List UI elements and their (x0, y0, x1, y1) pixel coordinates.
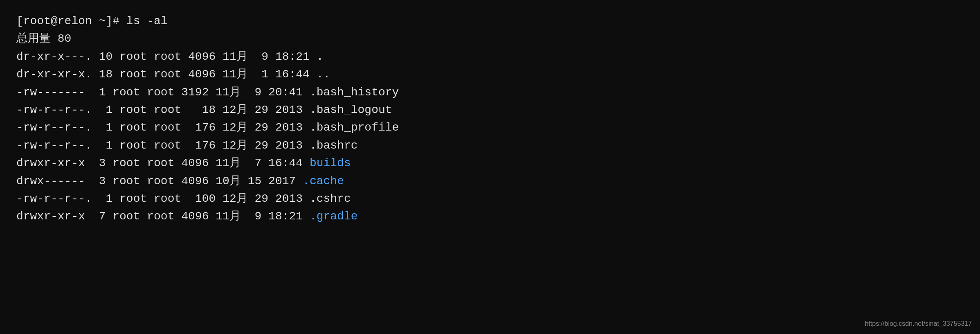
terminal: [root@relon ~]# ls -al 总用量 80 dr-xr-x---… (16, 12, 964, 322)
file-name: .bash_profile (303, 119, 399, 136)
file-entry: -rw-r--r--. 1 root root 18 12月 29 2013 .… (16, 101, 964, 119)
total-line: 总用量 80 (16, 30, 964, 47)
file-meta: dr-xr-x---. 10 root root 4096 11月 9 18:2… (16, 48, 310, 65)
file-entry: -rw-r--r--. 1 root root 176 12月 29 2013 … (16, 137, 964, 154)
file-name: .bash_logout (303, 101, 392, 119)
file-meta: -rw-r--r--. 1 root root 18 12月 29 2013 (16, 101, 303, 119)
total-text: 总用量 80 (16, 30, 71, 47)
file-meta: drwxr-xr-x 7 root root 4096 11月 9 18:21 (16, 208, 303, 225)
file-meta: -rw-r--r--. 1 root root 100 12月 29 2013 (16, 190, 303, 208)
file-entry: -rw-r--r--. 1 root root 100 12月 29 2013 … (16, 190, 964, 208)
prompt-text: [root@relon ~]# ls -al (16, 12, 168, 30)
file-name: .cache (296, 172, 344, 190)
file-name: .cshrc (303, 190, 351, 208)
file-meta: drwxr-xr-x 3 root root 4096 11月 7 16:44 (16, 154, 303, 172)
file-entry: drwxr-xr-x 3 root root 4096 11月 7 16:44 … (16, 154, 964, 172)
file-name: . (310, 48, 324, 65)
file-entry: dr-xr-x---. 10 root root 4096 11月 9 18:2… (16, 48, 964, 65)
file-name: .gradle (303, 208, 357, 225)
file-listing: dr-xr-x---. 10 root root 4096 11月 9 18:2… (16, 48, 964, 226)
file-meta: dr-xr-xr-x. 18 root root 4096 11月 1 16:4… (16, 65, 310, 83)
file-meta: -rw-r--r--. 1 root root 176 12月 29 2013 (16, 137, 303, 154)
file-name: .. (310, 65, 330, 83)
file-name: .bashrc (303, 137, 357, 154)
file-name: .bash_history (303, 84, 399, 101)
file-entry: dr-xr-xr-x. 18 root root 4096 11月 1 16:4… (16, 65, 964, 83)
file-entry: drwxr-xr-x 7 root root 4096 11月 9 18:21 … (16, 208, 964, 225)
watermark: https://blog.csdn.net/sinat_33755317 (865, 319, 972, 329)
file-name: builds (303, 154, 351, 172)
file-meta: -rw------- 1 root root 3192 11月 9 20:41 (16, 84, 303, 101)
file-meta: drwx------ 3 root root 4096 10月 15 2017 (16, 172, 296, 190)
file-meta: -rw-r--r--. 1 root root 176 12月 29 2013 (16, 119, 303, 136)
file-entry: -rw-r--r--. 1 root root 176 12月 29 2013 … (16, 119, 964, 136)
file-entry: drwx------ 3 root root 4096 10月 15 2017 … (16, 172, 964, 190)
file-entry: -rw------- 1 root root 3192 11月 9 20:41 … (16, 84, 964, 101)
prompt-line: [root@relon ~]# ls -al (16, 12, 964, 30)
